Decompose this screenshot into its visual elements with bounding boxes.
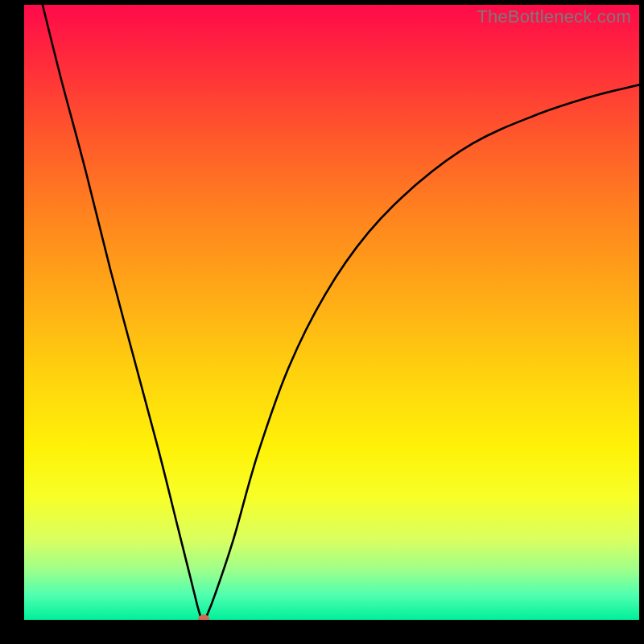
bottleneck-curve [24, 5, 639, 620]
plot-area: TheBottleneck.com [24, 5, 639, 620]
watermark-text: TheBottleneck.com [477, 6, 631, 27]
chart-frame: TheBottleneck.com [0, 0, 644, 644]
curve-right-branch [205, 85, 639, 618]
curve-left-branch [43, 5, 201, 619]
